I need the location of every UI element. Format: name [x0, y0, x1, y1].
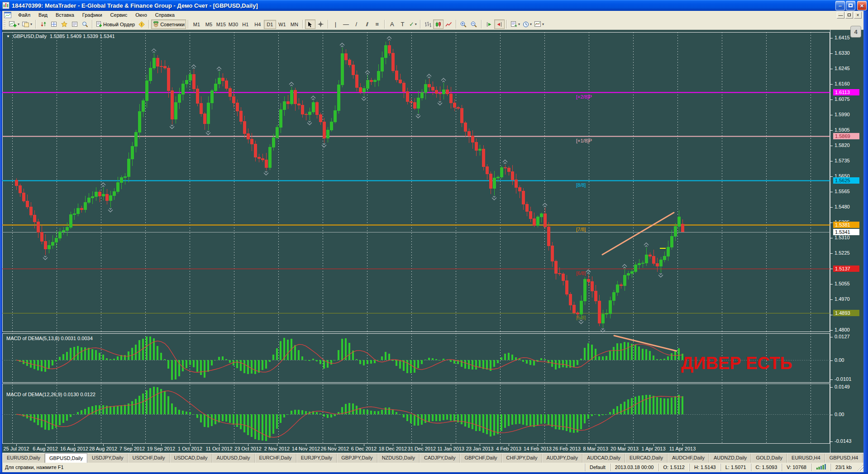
- svg-text:20 Mar 2013: 20 Mar 2013: [610, 446, 639, 451]
- arrows-button[interactable]: ✓▾: [408, 19, 418, 29]
- tab-eurjpy-daily[interactable]: EURJPY,Daily: [296, 454, 337, 463]
- title-bar[interactable]: 184470399: MetaTrader - E-Global Trade &…: [0, 0, 868, 11]
- timeframe-w1[interactable]: W1: [276, 20, 288, 29]
- data-window-button[interactable]: [48, 19, 59, 29]
- timeframe-m1[interactable]: M1: [191, 20, 203, 29]
- svg-text:6 Aug 2012: 6 Aug 2012: [33, 446, 58, 451]
- text-button[interactable]: A: [387, 19, 397, 29]
- templates-button[interactable]: ▾: [509, 19, 521, 29]
- axis-tick: 1.4970: [830, 296, 850, 302]
- tab-usdjpy-daily[interactable]: USDJPY,Daily: [87, 454, 128, 463]
- tab-nzdusd-daily[interactable]: NZDUSD,Daily: [377, 454, 420, 463]
- tab-eurchf-daily[interactable]: EURCHF,Daily: [255, 454, 296, 463]
- menu-item-3[interactable]: Графики: [78, 11, 106, 19]
- trendline-button[interactable]: /: [351, 19, 362, 29]
- crosshair-button[interactable]: [315, 19, 326, 29]
- periods-button[interactable]: ▾: [521, 19, 533, 29]
- advisors-button[interactable]: Советники: [151, 19, 186, 29]
- maximize-button[interactable]: [846, 1, 855, 10]
- trendline-icon: /: [356, 21, 358, 27]
- timeframe-h4[interactable]: H4: [252, 20, 264, 29]
- market-watch-button[interactable]: [38, 19, 48, 29]
- new-order-button[interactable]: Новый Ордер: [95, 19, 136, 29]
- tab-gbpusd-daily[interactable]: GBPUSD,Daily: [45, 453, 87, 463]
- navigator-button[interactable]: [59, 19, 69, 29]
- menu-item-4[interactable]: Сервис: [106, 11, 132, 19]
- status-low: L: 1.5071: [720, 464, 751, 471]
- bar-chart-button[interactable]: [423, 19, 433, 29]
- mdi-close-button[interactable]: ×: [854, 12, 862, 19]
- chart-shift-button[interactable]: [494, 19, 505, 29]
- tab-cadjpy-daily[interactable]: CADJPY,Daily: [420, 454, 460, 463]
- murrey-levels: [+2/8]P[+1/8]P[8/8][7/8][6/8][5/8]: [2, 93, 830, 320]
- candlestick-chart-button[interactable]: [433, 19, 444, 29]
- svg-text:[+1/8]P: [+1/8]P: [576, 138, 592, 143]
- channel-button[interactable]: //: [362, 19, 372, 29]
- tab-chfjpy-daily[interactable]: CHFJPY,Daily: [502, 454, 542, 463]
- chart-canvas[interactable]: [+2/8]P[+1/8]P[8/8][7/8][6/8][5/8]ДИВЕР …: [2, 30, 830, 453]
- timeframe-m30[interactable]: M30: [227, 20, 239, 29]
- menu-item-5[interactable]: Окно: [131, 11, 151, 19]
- mdi-minimize-button[interactable]: —: [837, 12, 844, 19]
- candlestick-chart-icon: [435, 21, 442, 28]
- tab-audjpy-daily[interactable]: AUDJPY,Daily: [542, 454, 582, 463]
- vertical-line-button[interactable]: |: [330, 19, 341, 29]
- tab-gold-daily[interactable]: GOLD,Daily: [751, 454, 787, 463]
- timeframe-m5[interactable]: M5: [203, 20, 215, 29]
- zoom-in-button[interactable]: [458, 19, 469, 29]
- tab-audchf-daily[interactable]: AUDCHF,Daily: [668, 454, 709, 463]
- notification-bubble[interactable]: 4: [850, 26, 861, 38]
- fibonacci-icon: ≡: [376, 21, 379, 27]
- tab-audcad-daily[interactable]: AUDCAD,Daily: [582, 454, 625, 463]
- profiles-button[interactable]: ▾: [21, 19, 33, 29]
- timeframe-buttons: M1M5M15M30H1H4D1W1MN: [191, 20, 300, 29]
- line-chart-button[interactable]: [444, 19, 454, 29]
- cursor-button[interactable]: [305, 19, 315, 29]
- tab-usdchf-daily[interactable]: USDCHF,Daily: [128, 454, 169, 463]
- chart-shift-icon: [496, 21, 503, 28]
- menu-item-0[interactable]: Файл: [14, 11, 34, 19]
- tab-gbpchf-daily[interactable]: GBPCHF,Daily: [460, 454, 501, 463]
- periods-icon: [523, 21, 529, 28]
- new-chart-button[interactable]: ▾: [8, 19, 21, 29]
- mdi-restore-button[interactable]: [845, 12, 853, 19]
- symbol-dropdown-icon[interactable]: ▼: [6, 34, 10, 38]
- zoom-out-button[interactable]: [469, 19, 479, 29]
- menu-item-1[interactable]: Вид: [34, 11, 52, 19]
- svg-text:23 Oct 2012: 23 Oct 2012: [234, 446, 262, 451]
- templates-icon: [510, 21, 517, 27]
- timeframe-m15[interactable]: M15: [215, 20, 227, 29]
- horizontal-line-button[interactable]: —: [341, 19, 351, 29]
- tab-audusd-daily[interactable]: AUDUSD,Daily: [212, 454, 255, 463]
- text-label-button[interactable]: T: [397, 19, 408, 29]
- timeframe-h1[interactable]: H1: [239, 20, 252, 29]
- tab-gbpusd-h4[interactable]: GBPUSD,H4: [825, 454, 863, 463]
- tab-usdcad-daily[interactable]: USDCAD,Daily: [170, 454, 212, 463]
- alert-button[interactable]: !: [136, 19, 147, 29]
- tab-eurcad-daily[interactable]: EURCAD,Daily: [625, 454, 668, 463]
- profiles-icon: [22, 21, 29, 28]
- tab-eurusd-h4[interactable]: EURUSD,H4: [787, 454, 825, 463]
- status-open: O: 1.5112: [658, 464, 689, 471]
- terminal-button[interactable]: [69, 19, 80, 29]
- auto-scroll-button[interactable]: [484, 19, 494, 29]
- indicators-icon: [534, 21, 541, 27]
- menu-item-2[interactable]: Вставка: [52, 11, 78, 19]
- tab-gbpjpy-daily[interactable]: GBPJPY,Daily: [337, 454, 377, 463]
- svg-text:!: !: [141, 22, 142, 27]
- strategy-tester-button[interactable]: [80, 19, 90, 29]
- timeframe-d1[interactable]: D1: [264, 20, 276, 29]
- minimize-button[interactable]: –: [835, 1, 845, 10]
- close-button[interactable]: ×: [857, 1, 867, 10]
- tab-eurusd-daily[interactable]: EURUSD,Daily: [2, 454, 45, 463]
- resize-grip[interactable]: [857, 465, 863, 471]
- macd-trendline[interactable]: [614, 336, 677, 351]
- timeframe-mn[interactable]: MN: [288, 20, 300, 29]
- toolbar-grip[interactable]: [4, 20, 5, 28]
- tab-audnzd-daily[interactable]: AUDNZD,Daily: [709, 454, 751, 463]
- chart-area[interactable]: [+2/8]P[+1/8]P[8/8][7/8][6/8][5/8]ДИВЕР …: [2, 30, 830, 453]
- axis-tick: 1.5310: [830, 234, 850, 241]
- fibonacci-button[interactable]: ≡: [372, 19, 382, 29]
- indicators-button[interactable]: ▾: [533, 19, 545, 29]
- menu-item-6[interactable]: Справка: [151, 11, 179, 19]
